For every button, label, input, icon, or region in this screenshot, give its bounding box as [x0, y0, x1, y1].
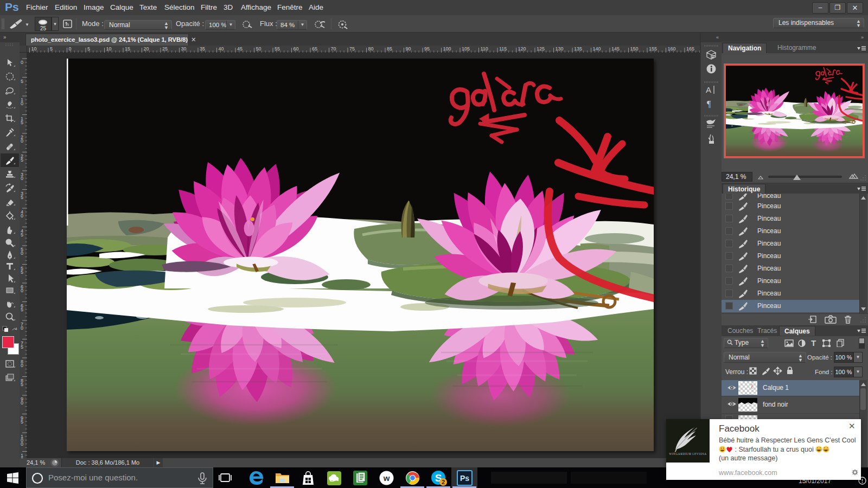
svg-text:65: 65 — [312, 46, 317, 52]
svg-text:0: 0 — [21, 60, 23, 65]
svg-text:0: 0 — [21, 251, 23, 256]
svg-text:5: 5 — [21, 419, 23, 425]
svg-text:5: 5 — [21, 79, 23, 84]
svg-text:0: 0 — [21, 288, 23, 293]
svg-text:¶: ¶ — [707, 99, 711, 108]
svg-text:130: 130 — [556, 46, 564, 52]
svg-text:115: 115 — [499, 46, 507, 52]
svg-text:5: 5 — [21, 382, 23, 387]
svg-text:T: T — [811, 339, 816, 347]
svg-text:5: 5 — [87, 46, 90, 52]
svg-text:80: 80 — [368, 46, 374, 52]
svg-text:75: 75 — [349, 46, 355, 52]
svg-text:5: 5 — [21, 232, 23, 237]
svg-text:A: A — [706, 85, 711, 94]
svg-text:Ps: Ps — [460, 474, 469, 483]
svg-text:0: 0 — [21, 213, 23, 219]
svg-text:60: 60 — [293, 46, 299, 52]
svg-text:0: 0 — [21, 176, 23, 181]
svg-text:155: 155 — [649, 46, 657, 52]
svg-text:55: 55 — [275, 46, 280, 52]
svg-text:0: 0 — [69, 46, 72, 52]
svg-text:0: 0 — [21, 101, 23, 106]
svg-text:10: 10 — [106, 46, 112, 52]
svg-text:5: 5 — [21, 307, 23, 312]
svg-text:5: 5 — [21, 344, 23, 350]
svg-text:25: 25 — [162, 46, 168, 52]
svg-text:150: 150 — [630, 46, 639, 52]
svg-text:90: 90 — [406, 46, 411, 52]
svg-text:140: 140 — [593, 46, 601, 52]
svg-text:165: 165 — [686, 46, 694, 52]
svg-text:2: 2 — [442, 479, 445, 485]
svg-text:35: 35 — [200, 46, 205, 52]
svg-text:w: w — [383, 473, 390, 483]
svg-text:15: 15 — [125, 46, 130, 52]
svg-text:160: 160 — [668, 46, 676, 52]
svg-text:40: 40 — [219, 46, 224, 52]
svg-text:145: 145 — [611, 46, 620, 52]
svg-text:105: 105 — [462, 46, 470, 52]
svg-text:50: 50 — [256, 46, 261, 52]
svg-text:5: 5 — [50, 46, 53, 52]
svg-text:5: 5 — [21, 120, 23, 125]
svg-text:110: 110 — [481, 46, 488, 52]
svg-text:85: 85 — [387, 46, 392, 52]
svg-text:0: 0 — [21, 441, 23, 447]
svg-text:135: 135 — [574, 46, 582, 52]
svg-text:20: 20 — [144, 46, 149, 52]
svg-text:95: 95 — [424, 46, 430, 52]
svg-text:5: 5 — [21, 269, 23, 275]
svg-text:0: 0 — [21, 363, 23, 368]
svg-text:5: 5 — [21, 195, 23, 200]
svg-text:0: 0 — [21, 138, 23, 144]
svg-text:5: 5 — [21, 157, 23, 163]
svg-text:125: 125 — [537, 46, 545, 52]
svg-text:30: 30 — [181, 46, 187, 52]
svg-text:45: 45 — [237, 46, 242, 52]
svg-text:70: 70 — [331, 46, 336, 52]
svg-text:10: 10 — [31, 46, 37, 52]
svg-text:WINGARDIUM LEVIOSA: WINGARDIUM LEVIOSA — [669, 452, 706, 455]
svg-text:0: 0 — [21, 400, 23, 406]
svg-text:120: 120 — [518, 46, 526, 52]
svg-text:100: 100 — [443, 46, 451, 52]
svg-text:0: 0 — [21, 325, 23, 331]
